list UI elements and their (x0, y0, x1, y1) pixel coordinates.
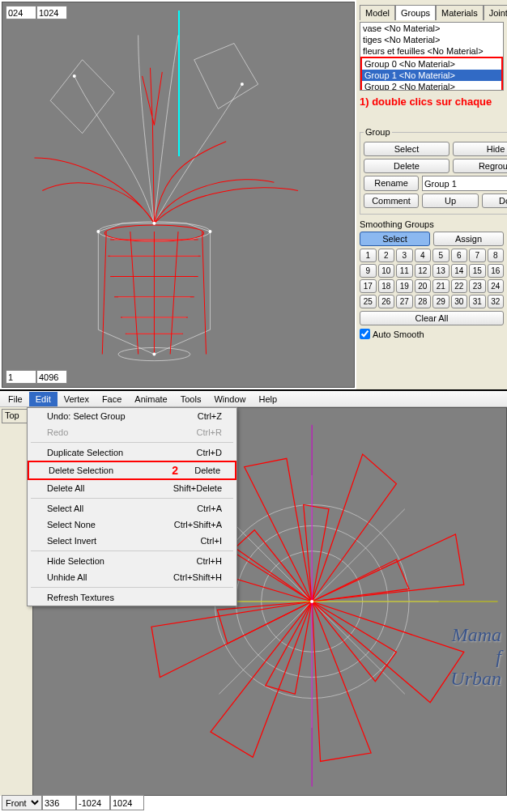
smooth-num-8[interactable]: 8 (488, 249, 505, 262)
regroup-button[interactable]: Regroup (453, 159, 507, 173)
group-fieldset: Group Select Hide Delete Regroup Rename … (360, 127, 507, 215)
viewport-bot-2[interactable] (36, 370, 67, 384)
list-item-selected[interactable]: Group 1 <No Material> (362, 70, 501, 81)
menu-edit[interactable]: Edit (29, 392, 58, 406)
menu-unhide-all[interactable]: Unhide AllCtrl+Shift+H (28, 569, 236, 585)
smooth-num-10[interactable]: 10 (378, 264, 395, 278)
smooth-num-12[interactable]: 12 (415, 264, 432, 278)
smooth-select-button[interactable]: Select (360, 232, 430, 246)
smooth-num-30[interactable]: 30 (451, 295, 468, 308)
menu-sep (31, 551, 233, 551)
smooth-num-7[interactable]: 7 (469, 249, 486, 262)
menu-undo[interactable]: Undo: Select GroupCtrl+Z (28, 408, 236, 424)
list-item[interactable]: fleurs et feuilles <No Material> (360, 45, 503, 57)
group-name-input[interactable] (422, 176, 507, 191)
menu-select-none[interactable]: Select NoneCtrl+Shift+A (28, 517, 236, 533)
smooth-num-24[interactable]: 24 (488, 279, 505, 293)
tab-row: Model Groups Materials Joints (360, 3, 504, 22)
tab-materials[interactable]: Materials (436, 5, 484, 20)
menu-face[interactable]: Face (96, 392, 128, 406)
annotation-box-1: Group 0 <No Material> Group 1 <No Materi… (360, 57, 503, 91)
smooth-num-9[interactable]: 9 (360, 264, 377, 278)
smooth-assign-button[interactable]: Assign (433, 232, 504, 246)
top-viewport[interactable] (2, 2, 355, 388)
menu-select-all[interactable]: Select AllCtrl+A (28, 500, 236, 517)
smooth-num-1[interactable]: 1 (360, 249, 377, 262)
smooth-num-14[interactable]: 14 (451, 264, 468, 278)
smooth-num-3[interactable]: 3 (396, 249, 413, 262)
svg-point-3 (152, 222, 156, 225)
smooth-num-21[interactable]: 21 (432, 279, 449, 293)
tab-groups[interactable]: Groups (395, 5, 436, 20)
smooth-num-18[interactable]: 18 (378, 279, 395, 293)
group-legend: Group (364, 127, 392, 137)
svg-point-4 (96, 230, 100, 233)
menu-select-invert[interactable]: Select InvertCtrl+I (28, 533, 236, 549)
smoothing-title: Smoothing Groups (360, 219, 504, 229)
menu-window[interactable]: Window (207, 392, 252, 406)
autosmooth-checkbox[interactable] (360, 329, 370, 339)
smooth-num-11[interactable]: 11 (396, 264, 413, 278)
menu-help[interactable]: Help (253, 392, 284, 406)
menu-sep (31, 498, 233, 499)
smooth-num-23[interactable]: 23 (469, 279, 486, 293)
menu-file[interactable]: File (2, 392, 29, 406)
coord-a[interactable] (42, 795, 76, 810)
smooth-grid: 1234567891011121314151617181920212223242… (360, 249, 504, 308)
menu-hide-selection[interactable]: Hide SelectionCtrl+H (28, 553, 236, 569)
tab-joints[interactable]: Joints (484, 5, 507, 20)
view-select[interactable]: Front (2, 795, 42, 810)
smooth-num-13[interactable]: 13 (432, 264, 449, 278)
smooth-num-31[interactable]: 31 (469, 295, 486, 308)
hide-button[interactable]: Hide (453, 142, 507, 156)
menu-delete-all[interactable]: Delete AllShift+Delete (28, 480, 236, 496)
smooth-num-25[interactable]: 25 (360, 295, 377, 308)
coord-b[interactable] (76, 795, 110, 810)
smooth-num-4[interactable]: 4 (415, 249, 432, 262)
smooth-num-15[interactable]: 15 (469, 264, 486, 278)
menu-vertex[interactable]: Vertex (58, 392, 96, 406)
menu-delete-selection[interactable]: Delete SelectionDelete 2 (28, 461, 236, 480)
smooth-num-29[interactable]: 29 (432, 295, 449, 308)
delete-button[interactable]: Delete (364, 159, 449, 173)
smooth-num-22[interactable]: 22 (451, 279, 468, 293)
menu-redo[interactable]: RedoCtrl+R (28, 424, 236, 440)
svg-point-8 (241, 83, 244, 86)
comment-button[interactable]: Comment (364, 193, 419, 208)
menu-tools[interactable]: Tools (174, 392, 208, 406)
groups-listbox[interactable]: vase <No Material> tiges <No Material> f… (360, 22, 504, 91)
smooth-num-32[interactable]: 32 (488, 295, 505, 308)
autosmooth-label: Auto Smooth (373, 329, 424, 339)
clear-all-button[interactable]: Clear All (360, 311, 504, 325)
smooth-num-20[interactable]: 20 (415, 279, 432, 293)
rename-button[interactable]: Rename (364, 176, 419, 191)
list-item[interactable]: tiges <No Material> (360, 34, 503, 45)
coord-c[interactable] (110, 795, 144, 810)
smooth-num-16[interactable]: 16 (488, 264, 505, 278)
smooth-num-27[interactable]: 27 (396, 295, 413, 308)
select-button[interactable]: Select (364, 142, 449, 156)
menu-refresh-textures[interactable]: Refresh Textures (28, 589, 236, 606)
menu-sep (31, 587, 233, 588)
smooth-num-26[interactable]: 26 (378, 295, 395, 308)
watermark: Mama f Urban (450, 624, 501, 690)
smooth-num-28[interactable]: 28 (415, 295, 432, 308)
smooth-num-5[interactable]: 5 (432, 249, 449, 262)
tab-model[interactable]: Model (360, 5, 395, 20)
menu-animate[interactable]: Animate (128, 392, 173, 406)
viewport-bot-1[interactable] (6, 370, 36, 384)
list-item[interactable]: Group 2 <No Material> (362, 81, 501, 91)
svg-point-5 (208, 230, 211, 233)
list-item[interactable]: vase <No Material> (360, 23, 503, 34)
list-item[interactable]: Group 0 <No Material> (362, 58, 501, 70)
annotation-text-1: 1) double clics sur chaque (360, 96, 504, 108)
menu-duplicate[interactable]: Duplicate SelectionCtrl+D (28, 444, 236, 461)
smooth-num-19[interactable]: 19 (396, 279, 413, 293)
up-button[interactable]: Up (422, 193, 479, 208)
smooth-num-2[interactable]: 2 (378, 249, 395, 262)
smooth-num-6[interactable]: 6 (451, 249, 468, 262)
down-button[interactable]: Down (482, 193, 507, 208)
smooth-num-17[interactable]: 17 (360, 279, 377, 293)
autosmooth-row[interactable]: Auto Smooth (360, 329, 504, 339)
menu-sep (31, 442, 233, 443)
